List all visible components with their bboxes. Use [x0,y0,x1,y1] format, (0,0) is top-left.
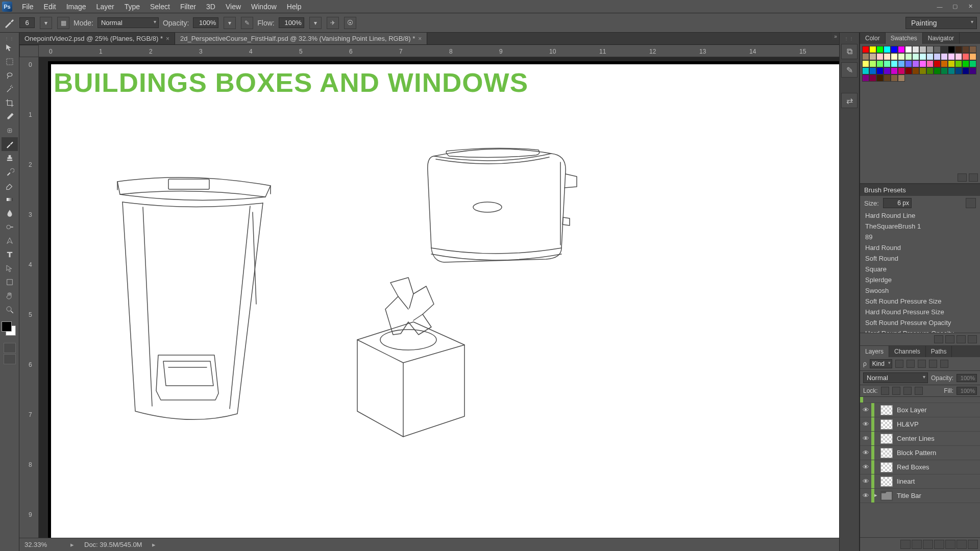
layer-thumbnail[interactable] [880,462,893,472]
swatch[interactable] [876,67,884,74]
brush-preset-item[interactable]: Hard Round Pressure Opacity [860,328,980,333]
panel-grip[interactable]: ⋮⋮ [844,36,854,41]
tab-overflow-button[interactable]: » [832,33,839,40]
tab-color[interactable]: Color [860,33,886,44]
wand-tool[interactable] [2,82,18,96]
brush-preset-item[interactable]: Soft Round Pressure Size [860,296,980,307]
brush-preset-item[interactable]: TheSquareBrush 1 [860,221,980,232]
brush-panel-toggle[interactable]: ▦ [57,17,69,29]
swatch[interactable] [941,53,948,60]
type-tool[interactable] [2,247,18,261]
swatch[interactable] [934,53,941,60]
brush-size-input[interactable] [19,17,35,28]
blend-mode-dropdown[interactable]: Normal [97,17,159,28]
flow-input[interactable] [279,17,304,28]
blur-tool[interactable] [2,206,18,220]
new-layer-button[interactable] [957,540,967,549]
doc-size-readout[interactable]: Doc: 39.5M/545.0M [84,541,142,548]
adjustment-layer-button[interactable] [934,540,944,549]
pen-tool[interactable] [2,234,18,247]
quickmask-toggle[interactable] [4,343,16,353]
link-layers-button[interactable] [900,540,911,549]
swatch[interactable] [891,60,898,67]
menu-type[interactable]: Type [120,2,144,12]
layer-thumbnail[interactable] [880,448,893,458]
swatch[interactable] [934,60,941,67]
swatch[interactable] [876,60,884,67]
swatch[interactable] [869,74,876,82]
swatch[interactable] [891,46,898,53]
canvas-viewport[interactable]: BUILDINGS BOXES AND WINDOWS [39,57,839,538]
menu-window[interactable]: Window [247,2,281,12]
layer-thumbnail[interactable] [880,477,893,487]
swatches-grid[interactable] [860,44,980,87]
layer-filter-kind[interactable]: Kind [870,359,892,368]
ruler-origin[interactable] [19,45,39,57]
swatch[interactable] [912,53,919,60]
swatch[interactable] [884,53,891,60]
swatch[interactable] [862,53,869,60]
visibility-toggle-icon[interactable]: 👁 [860,435,871,442]
swatch[interactable] [891,74,898,82]
swatch[interactable] [934,46,941,53]
swatch[interactable] [919,60,926,67]
swatch[interactable] [962,67,969,74]
swatch[interactable] [948,53,955,60]
ruler-horizontal[interactable]: 0123456789101112131415 [39,45,839,57]
swatch[interactable] [948,46,955,53]
swatch[interactable] [941,60,948,67]
hand-tool[interactable] [2,289,18,303]
history-panel-icon[interactable]: ⧉ [841,44,857,59]
size-pressure-toggle[interactable]: ⦿ [344,17,356,29]
swatch[interactable] [876,46,884,53]
swatch[interactable] [884,60,891,67]
swatch[interactable] [869,60,876,67]
menu-file[interactable]: File [17,2,38,12]
layer-filter-smart-icon[interactable] [940,360,948,368]
layer-name[interactable]: lineart [897,478,915,485]
brush-view-toggle[interactable] [934,335,943,343]
swatch[interactable] [941,46,948,53]
path-select-tool[interactable] [2,261,18,275]
menu-view[interactable]: View [221,2,246,12]
layer-row[interactable]: 👁Red Boxes [860,460,980,474]
layer-group-button[interactable] [945,540,955,549]
tab-paths[interactable]: Paths [926,346,952,357]
visibility-toggle-icon[interactable]: 👁 [860,406,871,414]
foreground-color-well[interactable] [2,321,12,332]
brush-preset-item[interactable]: Soft Round Pressure Opacity [860,317,980,328]
swatch[interactable] [884,74,891,82]
swatch[interactable] [955,60,962,67]
brush-tool[interactable] [2,137,18,151]
close-icon[interactable]: × [166,35,169,42]
layer-list[interactable]: 👁Box Layer👁HL&VP👁Center Lines👁Block Patt… [860,397,980,537]
maximize-button[interactable]: ▢ [947,1,963,12]
swatch[interactable] [926,53,934,60]
layer-row[interactable]: 👁Center Lines [860,432,980,446]
move-tool[interactable] [2,41,18,55]
minimize-button[interactable]: — [932,1,947,12]
layer-row[interactable]: 👁HL&VP [860,417,980,432]
layer-thumbnail[interactable] [880,405,893,415]
swatch[interactable] [919,67,926,74]
visibility-toggle-icon[interactable]: 👁 [860,463,871,471]
color-wells[interactable] [2,321,18,338]
tab-channels[interactable]: Channels [889,346,926,357]
swatch[interactable] [912,60,919,67]
brush-preset-item[interactable]: Swoosh [860,285,980,296]
lock-transparency-icon[interactable] [881,387,889,395]
layer-name[interactable]: HL&VP [897,420,919,428]
swatch[interactable] [869,46,876,53]
swatch[interactable] [898,46,905,53]
layer-filter-type-icon[interactable] [918,360,926,368]
swatch[interactable] [969,60,976,67]
menu-image[interactable]: Image [62,2,91,12]
brush-preset-item[interactable]: Soft Round [860,253,980,264]
crop-tool[interactable] [2,96,18,110]
swatch[interactable] [955,53,962,60]
document-tab[interactable]: 2d_PerspectiveCourse_FirstHalf.psd @ 32.… [175,33,427,44]
new-swatch-button[interactable] [958,173,967,182]
layer-row[interactable]: 👁Title Bar [860,489,980,503]
swatch[interactable] [862,46,869,53]
layer-name[interactable]: Box Layer [897,406,927,414]
